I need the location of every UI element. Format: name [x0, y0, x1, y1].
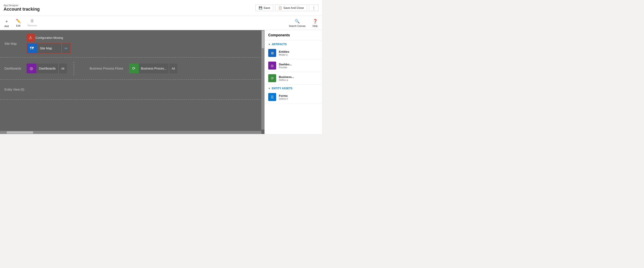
dashboards-component-name: Dashbo... — [279, 63, 318, 66]
bpf-icon: ⟳ — [132, 66, 136, 71]
entity-assets-section-header[interactable]: ▼ ENTITY ASSETS — [265, 85, 322, 91]
remove-label: Remove — [28, 24, 37, 27]
components-panel-title: Components — [265, 30, 322, 41]
bpf-component-icon: ⟳ — [268, 74, 276, 82]
site-map-row-content: ⚠ Configuration Missing 🗺 Site Map ✏ — [26, 34, 260, 54]
help-label: Help — [312, 25, 318, 27]
dashboards-row-content: ◎ Dashboards All Business Process Flows … — [26, 62, 260, 75]
dashboards-component-desc: Provide — [279, 66, 318, 69]
forms-component-item[interactable]: ☰ Forms Define h — [265, 91, 322, 103]
site-map-card-icon: 🗺 — [27, 43, 37, 53]
entities-component-item[interactable]: ⊞ Entities Model a — [265, 47, 322, 59]
site-map-card-wrapper: ⚠ Configuration Missing 🗺 Site Map ✏ — [26, 34, 71, 54]
main-layout: Site Map ⚠ Configuration Missing 🗺 — [0, 30, 322, 134]
entities-icon: ⊞ — [268, 49, 276, 57]
pencil-icon: ✏ — [64, 46, 68, 51]
dashboards-row: Dashboards ◎ Dashboards All Business Pro… — [0, 58, 264, 80]
help-icon: ❓ — [313, 19, 318, 24]
site-map-edit-button[interactable]: ✏ — [62, 43, 70, 53]
toolbar-right: 🔍 Search Canvas ❓ Help — [288, 17, 318, 29]
site-map-card[interactable]: 🗺 Site Map ✏ — [26, 43, 71, 54]
site-map-card-name: Site Map — [37, 47, 62, 50]
add-icon: ＋ — [5, 19, 9, 24]
save-close-label: Save And Close — [283, 6, 304, 10]
toolbar: ＋ Add ✏️ Edit 🗑 Remove 🔍 Search Canvas ❓… — [0, 16, 322, 30]
entity-view-row: Entity View (0) — [0, 80, 264, 100]
search-canvas-icon: 🔍 — [295, 19, 300, 24]
dashboards-card-icon: ◎ — [26, 64, 36, 73]
header-actions: 💾 Save 📋 Save And Close ⋮ — [256, 5, 318, 11]
artifacts-chevron-icon: ▼ — [268, 43, 270, 46]
toolbar-left: ＋ Add ✏️ Edit 🗑 Remove — [4, 17, 38, 29]
forms-component-name: Forms — [279, 94, 318, 97]
save-button[interactable]: 💾 Save — [256, 5, 274, 11]
dashboards-component-info: Dashbo... Provide — [279, 63, 318, 69]
site-map-row: Site Map ⚠ Configuration Missing 🗺 — [0, 30, 264, 58]
search-canvas-toolbar-item[interactable]: 🔍 Search Canvas — [288, 17, 306, 29]
save-icon: 💾 — [259, 6, 262, 10]
remove-icon: 🗑 — [30, 19, 34, 23]
dashboards-card[interactable]: ◎ Dashboards All — [26, 64, 67, 73]
entity-assets-chevron-icon: ▼ — [268, 87, 270, 90]
config-missing-text: Configuration Missing — [36, 36, 63, 40]
bpf-component-info: Business... Define a — [279, 75, 318, 81]
entities-name: Entities — [279, 50, 318, 53]
more-icon: ⋮ — [312, 6, 315, 10]
dashboards-all-label: All — [58, 64, 67, 73]
canvas-scroll-x[interactable] — [0, 131, 261, 134]
canvas: Site Map ⚠ Configuration Missing 🗺 — [0, 30, 264, 134]
dashboards-section: ◎ Dashboards All — [26, 64, 67, 73]
canvas-content: Site Map ⚠ Configuration Missing 🗺 — [0, 30, 264, 131]
bpf-component-item[interactable]: ⟳ Business... Define a — [265, 72, 322, 85]
search-canvas-label: Search Canvas — [289, 25, 306, 27]
components-panel: Components ▼ ARTIFACTS ⊞ Entities Model … — [264, 30, 322, 134]
canvas-scroll-thumb-y — [262, 31, 264, 48]
header: App Designer Account tracking 💾 Save 📋 S… — [0, 0, 322, 16]
edit-toolbar-item[interactable]: ✏️ Edit — [15, 17, 22, 29]
more-options-button[interactable]: ⋮ — [309, 5, 318, 11]
artifacts-section-label: ARTIFACTS — [272, 43, 286, 46]
save-close-icon: 📋 — [278, 6, 282, 10]
entities-desc: Model a — [279, 53, 318, 56]
entities-info: Entities Model a — [279, 50, 318, 56]
bpf-card-name: Business Proces... — [139, 67, 169, 70]
bpf-card[interactable]: ⟳ Business Proces... All — [129, 64, 178, 73]
bpf-all-label: All — [169, 64, 178, 73]
bpf-card-icon: ⟳ — [129, 64, 139, 73]
entity-view-label: Entity View (0) — [4, 88, 24, 91]
canvas-scroll-thumb-x — [7, 131, 33, 134]
site-map-row-label: Site Map — [4, 42, 26, 45]
config-missing-row: ⚠ Configuration Missing — [26, 34, 71, 42]
map-icon: 🗺 — [30, 46, 34, 51]
warning-badge: ⚠ — [26, 34, 34, 42]
dashboards-component-item[interactable]: ◎ Dashbo... Provide — [265, 59, 322, 72]
help-toolbar-item[interactable]: ❓ Help — [312, 17, 318, 29]
forms-component-info: Forms Define h — [279, 94, 318, 100]
forms-component-desc: Define h — [279, 97, 318, 100]
add-label: Add — [4, 25, 9, 28]
canvas-scroll-y[interactable] — [261, 30, 264, 130]
edit-icon: ✏️ — [16, 19, 21, 24]
save-label: Save — [264, 6, 270, 10]
warning-icon: ⚠ — [29, 35, 32, 40]
bpf-component-desc: Define a — [279, 79, 318, 81]
entity-assets-section-label: ENTITY ASSETS — [272, 87, 292, 90]
edit-label: Edit — [16, 24, 20, 27]
dashboards-row-label: Dashboards — [4, 67, 26, 70]
bpf-component-name: Business... — [279, 75, 318, 79]
remove-toolbar-item[interactable]: 🗑 Remove — [27, 17, 38, 29]
artifacts-section-header[interactable]: ▼ ARTIFACTS — [265, 41, 322, 47]
app-designer-label: App Designer — [4, 4, 40, 7]
dashboard-icon: ◎ — [30, 66, 33, 71]
vertical-divider — [74, 62, 74, 75]
save-and-close-button[interactable]: 📋 Save And Close — [275, 5, 307, 11]
app-title: Account tracking — [4, 7, 40, 12]
dashboards-component-icon: ◎ — [268, 62, 276, 70]
add-toolbar-item[interactable]: ＋ Add — [4, 17, 10, 29]
header-left: App Designer Account tracking — [4, 4, 40, 12]
forms-component-icon: ☰ — [268, 93, 276, 101]
dashboards-card-name: Dashboards — [36, 67, 58, 70]
bpf-row-label: Business Process Flows — [90, 67, 123, 70]
